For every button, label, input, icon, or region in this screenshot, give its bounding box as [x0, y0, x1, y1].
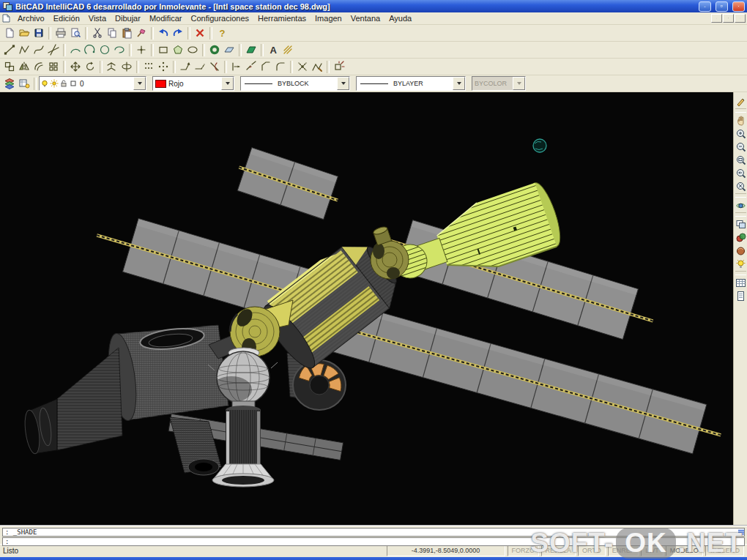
lineweight-combo[interactable]: BYLAYER [356, 76, 466, 91]
menu-herramientas[interactable]: Herramientas [253, 13, 311, 23]
zoom-in-button[interactable] [735, 127, 747, 140]
lineweight-sample [360, 83, 388, 84]
menu-modificar[interactable]: Modificar [145, 13, 187, 23]
new-button[interactable] [2, 26, 17, 40]
explode-block-tool[interactable] [332, 60, 346, 74]
lights-button[interactable] [735, 258, 747, 270]
color-combo[interactable]: Rojo [152, 76, 234, 91]
ellipse-arc-tool[interactable] [112, 43, 127, 57]
document-icon[interactable] [1, 14, 11, 23]
arc-3pt-tool[interactable] [83, 43, 97, 57]
named-views-button[interactable] [735, 218, 747, 231]
redraw-button[interactable] [735, 95, 747, 108]
polygon-tool[interactable] [171, 43, 185, 57]
rotate-tool[interactable] [83, 60, 97, 74]
layer-unlock-icon [59, 79, 68, 88]
fillet-tool[interactable] [273, 60, 288, 74]
menu-edicion[interactable]: Edición [49, 13, 84, 23]
layer-combo[interactable]: 0 [39, 76, 146, 91]
color-combo-arrow[interactable] [221, 77, 234, 90]
line-tool[interactable] [2, 43, 17, 57]
table-button[interactable] [735, 277, 747, 289]
array-rect-tool[interactable] [141, 60, 156, 74]
cut-button[interactable] [90, 26, 105, 40]
explode-tool[interactable] [295, 60, 310, 74]
menu-imagen[interactable]: Imagen [311, 13, 346, 23]
layer-combo-arrow[interactable] [133, 77, 146, 90]
plane-tool[interactable] [222, 43, 237, 57]
ellipse-tool[interactable] [185, 43, 200, 57]
copy-button[interactable] [105, 26, 119, 40]
menu-ayuda[interactable]: Ayuda [384, 13, 416, 23]
save-button[interactable] [31, 26, 46, 40]
child-restore-button[interactable] [723, 14, 734, 23]
construction-line-tool[interactable] [46, 43, 61, 57]
print-button[interactable] [53, 26, 68, 40]
rectangle-tool[interactable] [156, 43, 171, 57]
zoom-extents-button[interactable] [735, 180, 747, 193]
move-tool[interactable] [68, 60, 83, 74]
copy-entity-tool[interactable] [2, 60, 17, 74]
chamfer-tool[interactable] [259, 60, 273, 74]
rotate-3d-tool[interactable] [119, 60, 134, 74]
minimize-button[interactable] [699, 1, 711, 12]
edit-polyline-tool[interactable] [310, 60, 324, 74]
menu-configuraciones[interactable]: Configuraciones [187, 13, 254, 23]
extend-tool[interactable] [229, 60, 244, 74]
zoom-out-button[interactable] [735, 141, 747, 153]
title-bar[interactable]: BitCAD IntelliCAD 6 desarrollado por Inm… [0, 0, 747, 12]
menu-dibujar[interactable]: Dibujar [111, 13, 145, 23]
linetype-combo-arrow[interactable] [337, 77, 349, 90]
match-properties-button[interactable] [134, 26, 149, 40]
offset-tool[interactable] [31, 60, 46, 74]
linetype-combo[interactable]: BYBLOCK [240, 76, 350, 91]
render-button[interactable] [735, 231, 747, 244]
array-tool[interactable] [46, 60, 61, 74]
undo-button[interactable] [156, 26, 171, 40]
circle-tool[interactable] [97, 43, 112, 57]
layer-value: 0 [78, 80, 133, 88]
menu-archivo[interactable]: Archivo [13, 13, 49, 23]
sheet-button[interactable] [735, 290, 747, 302]
earth [533, 139, 546, 152]
child-close-button[interactable] [735, 14, 746, 23]
solid-tool[interactable] [244, 43, 259, 57]
mirror-3d-tool[interactable] [105, 60, 119, 74]
child-minimize-button[interactable] [711, 14, 722, 23]
layer-thaw-icon [50, 79, 59, 88]
array-polar-tool[interactable] [156, 60, 171, 74]
polyline-tool[interactable] [17, 43, 31, 57]
stretch-tool[interactable] [178, 60, 193, 74]
trim-tool[interactable] [207, 60, 222, 74]
layers-button[interactable] [2, 77, 17, 91]
lineweight-combo-arrow[interactable] [453, 77, 465, 90]
text-tool[interactable]: A [266, 43, 280, 57]
modify-toolbar [0, 59, 747, 75]
menu-ventana[interactable]: Ventana [346, 13, 384, 23]
point-tool[interactable] [134, 43, 149, 57]
delete-button[interactable] [193, 26, 207, 40]
donut-tool[interactable] [207, 43, 222, 57]
maximize-button[interactable] [716, 1, 728, 12]
zoom-previous-button[interactable] [735, 167, 747, 179]
drawing-viewport[interactable] [0, 92, 733, 525]
open-button[interactable] [17, 26, 31, 40]
menu-vista[interactable]: Vista [84, 13, 111, 23]
print-preview-button[interactable] [68, 26, 83, 40]
pan-button[interactable] [735, 114, 747, 127]
hatch-tool[interactable] [280, 43, 295, 57]
zoom-window-button[interactable] [735, 154, 747, 166]
space-station-model [0, 92, 733, 525]
help-button[interactable]: ? [215, 26, 229, 40]
close-button[interactable] [732, 1, 745, 12]
redo-button[interactable] [171, 26, 185, 40]
arc-tool[interactable] [68, 43, 83, 57]
mirror-tool[interactable] [17, 60, 31, 74]
orbit-button[interactable] [735, 199, 747, 212]
layer-explorer-button[interactable] [17, 77, 31, 91]
lengthen-tool[interactable] [193, 60, 207, 74]
materials-button[interactable] [735, 244, 747, 257]
paste-button[interactable] [119, 26, 134, 40]
break-tool[interactable] [244, 60, 259, 74]
spline-tool[interactable] [31, 43, 46, 57]
